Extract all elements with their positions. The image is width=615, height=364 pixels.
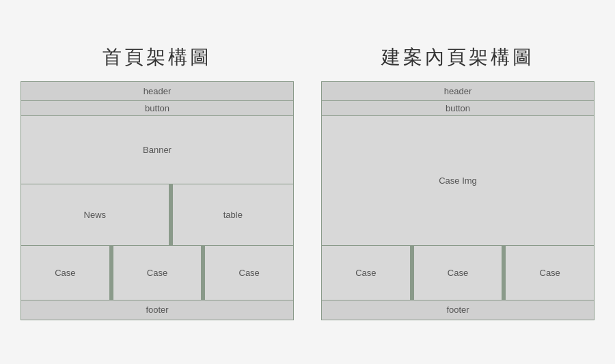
home-news-cell: News — [21, 184, 169, 245]
case-footer-cell: footer — [322, 300, 594, 320]
home-diagram: 首頁架構圖 header button Banner — [20, 44, 294, 320]
case-case1-cell: Case — [322, 246, 410, 300]
case-case3-cell: Case — [506, 246, 594, 300]
home-news-label: News — [84, 210, 107, 220]
home-button-label: button — [145, 103, 169, 113]
home-table-cell: table — [173, 184, 293, 245]
case-case3-label: Case — [540, 268, 560, 278]
home-button-cell: button — [21, 101, 293, 115]
case-img-row: Case Img — [322, 116, 594, 246]
home-case3-label: Case — [239, 268, 260, 278]
home-footer-row: footer — [21, 300, 293, 320]
case-case2-cell: Case — [414, 246, 502, 300]
home-footer-label: footer — [146, 305, 168, 315]
case-header-cell: header — [322, 82, 594, 100]
case-case1-label: Case — [355, 268, 376, 278]
case-button-row: button — [322, 101, 594, 116]
home-banner-cell: Banner — [21, 116, 293, 184]
home-banner-row: Banner — [21, 116, 293, 184]
page-wrapper: 首頁架構圖 header button Banner — [0, 31, 615, 334]
home-wireframe: header button Banner News — [20, 81, 294, 320]
case-img-cell: Case Img — [322, 116, 594, 245]
home-news-row: News table — [21, 184, 293, 246]
case-case2-label: Case — [448, 268, 468, 278]
case-wireframe: header button Case Img Case — [321, 81, 594, 320]
home-case3-cell: Case — [205, 246, 293, 300]
home-header-cell: header — [21, 82, 293, 100]
home-button-row: button — [21, 101, 293, 116]
home-case2-cell: Case — [113, 246, 202, 300]
case-title: 建案內頁架構圖 — [381, 44, 534, 70]
home-table-label: table — [223, 210, 243, 220]
home-footer-cell: footer — [21, 300, 293, 320]
case-case-row: Case Case Case — [322, 246, 594, 300]
home-header-row: header — [21, 82, 293, 101]
case-header-label: header — [444, 86, 472, 96]
case-button-cell: button — [322, 101, 594, 115]
case-header-row: header — [322, 82, 594, 101]
home-title: 首頁架構圖 — [102, 44, 212, 70]
case-button-label: button — [446, 103, 470, 113]
home-header-label: header — [144, 86, 171, 96]
home-banner-label: Banner — [143, 145, 172, 155]
case-img-label: Case Img — [439, 176, 477, 186]
case-footer-label: footer — [446, 305, 469, 315]
home-case2-label: Case — [147, 268, 167, 278]
home-case1-cell: Case — [21, 246, 109, 300]
home-case-row: Case Case Case — [21, 246, 293, 300]
case-diagram: 建案內頁架構圖 header button Case Img — [321, 44, 594, 320]
home-case1-label: Case — [55, 268, 75, 278]
case-footer-row: footer — [322, 300, 594, 320]
